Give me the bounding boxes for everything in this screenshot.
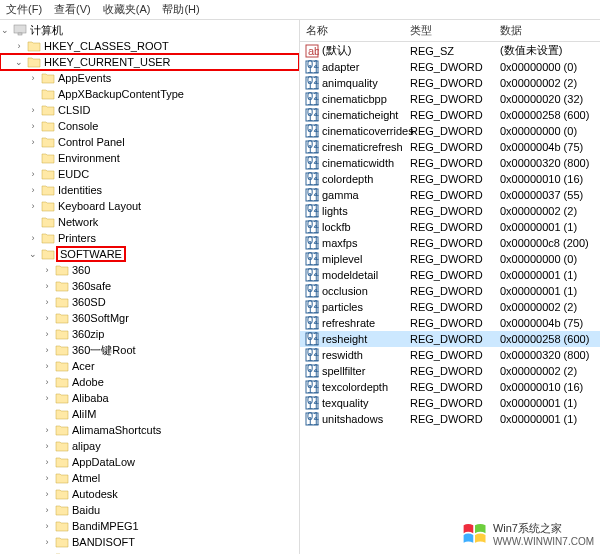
tree-item-label: AppXBackupContentType bbox=[58, 88, 184, 100]
expander-closed-icon[interactable]: › bbox=[42, 441, 52, 451]
expander-closed-icon[interactable]: › bbox=[42, 457, 52, 467]
tree-item[interactable]: Network bbox=[0, 214, 299, 230]
expander-closed-icon[interactable]: › bbox=[28, 73, 38, 83]
tree-item[interactable]: ›Baofeng bbox=[0, 550, 299, 554]
value-row[interactable]: (默认)REG_SZ(数值未设置) bbox=[300, 42, 600, 59]
tree-item[interactable]: ›360一键Root bbox=[0, 342, 299, 358]
value-row[interactable]: animqualityREG_DWORD0x00000002 (2) bbox=[300, 75, 600, 91]
expander-closed-icon[interactable]: › bbox=[28, 137, 38, 147]
expander-closed-icon[interactable]: › bbox=[42, 329, 52, 339]
expander-closed-icon[interactable]: › bbox=[42, 361, 52, 371]
tree-item[interactable]: ›alipay bbox=[0, 438, 299, 454]
value-row[interactable]: reswidthREG_DWORD0x00000320 (800) bbox=[300, 347, 600, 363]
expander-closed-icon[interactable]: › bbox=[42, 265, 52, 275]
tree-item[interactable]: ›BandiMPEG1 bbox=[0, 518, 299, 534]
value-row[interactable]: miplevelREG_DWORD0x00000000 (0) bbox=[300, 251, 600, 267]
tree-item[interactable]: ›AlimamaShortcuts bbox=[0, 422, 299, 438]
expander-closed-icon[interactable]: › bbox=[28, 201, 38, 211]
expander-closed-icon[interactable]: › bbox=[28, 121, 38, 131]
tree-item[interactable]: ›Keyboard Layout bbox=[0, 198, 299, 214]
value-row[interactable]: lockfbREG_DWORD0x00000001 (1) bbox=[300, 219, 600, 235]
tree-item[interactable]: ›EUDC bbox=[0, 166, 299, 182]
tree-item[interactable]: ›360zip bbox=[0, 326, 299, 342]
value-row[interactable]: maxfpsREG_DWORD0x000000c8 (200) bbox=[300, 235, 600, 251]
expander-open-icon[interactable]: ⌄ bbox=[28, 249, 38, 259]
value-row[interactable]: texcolordepthREG_DWORD0x00000010 (16) bbox=[300, 379, 600, 395]
expander-closed-icon[interactable]: › bbox=[42, 377, 52, 387]
expander-closed-icon[interactable]: › bbox=[14, 41, 24, 51]
expander-closed-icon[interactable]: › bbox=[28, 169, 38, 179]
expander-closed-icon[interactable]: › bbox=[28, 233, 38, 243]
value-row[interactable]: colordepthREG_DWORD0x00000010 (16) bbox=[300, 171, 600, 187]
expander-open-icon[interactable]: ⌄ bbox=[0, 25, 10, 35]
col-header-type[interactable]: 类型 bbox=[410, 23, 500, 38]
value-row[interactable]: cinematicheightREG_DWORD0x00000258 (600) bbox=[300, 107, 600, 123]
tree-item[interactable]: ›Acer bbox=[0, 358, 299, 374]
expander-closed-icon[interactable]: › bbox=[42, 489, 52, 499]
expander-closed-icon[interactable]: › bbox=[42, 313, 52, 323]
value-row[interactable]: texqualityREG_DWORD0x00000001 (1) bbox=[300, 395, 600, 411]
tree-item[interactable]: AppXBackupContentType bbox=[0, 86, 299, 102]
value-type: REG_DWORD bbox=[410, 61, 500, 73]
expander-closed-icon[interactable]: › bbox=[28, 105, 38, 115]
expander-open-icon[interactable]: ⌄ bbox=[14, 57, 24, 67]
tree-item[interactable]: ›Printers bbox=[0, 230, 299, 246]
tree-item[interactable]: ›Identities bbox=[0, 182, 299, 198]
menu-file[interactable]: 文件(F) bbox=[6, 2, 42, 17]
value-row[interactable]: occlusionREG_DWORD0x00000001 (1) bbox=[300, 283, 600, 299]
value-list: (默认)REG_SZ(数值未设置)adapterREG_DWORD0x00000… bbox=[300, 42, 600, 427]
col-header-name[interactable]: 名称 bbox=[300, 23, 410, 38]
value-row[interactable]: modeldetailREG_DWORD0x00000001 (1) bbox=[300, 267, 600, 283]
tree-item[interactable]: ›Alibaba bbox=[0, 390, 299, 406]
expander-closed-icon[interactable]: › bbox=[42, 281, 52, 291]
value-row[interactable]: resheightREG_DWORD0x00000258 (600) bbox=[300, 331, 600, 347]
tree-item-label: Environment bbox=[58, 152, 120, 164]
tree-item[interactable]: ›360SD bbox=[0, 294, 299, 310]
expander-closed-icon[interactable]: › bbox=[42, 537, 52, 547]
tree-item[interactable]: ›360SoftMgr bbox=[0, 310, 299, 326]
tree-item[interactable]: ›360safe bbox=[0, 278, 299, 294]
value-row[interactable]: lightsREG_DWORD0x00000002 (2) bbox=[300, 203, 600, 219]
expander-closed-icon[interactable]: › bbox=[42, 345, 52, 355]
value-row[interactable]: spellfilterREG_DWORD0x00000002 (2) bbox=[300, 363, 600, 379]
menu-view[interactable]: 查看(V) bbox=[54, 2, 91, 17]
tree-item[interactable]: ⌄HKEY_CURRENT_USER bbox=[0, 54, 299, 70]
value-data: 0x00000002 (2) bbox=[500, 301, 600, 313]
tree-item[interactable]: ›Autodesk bbox=[0, 486, 299, 502]
value-row[interactable]: adapterREG_DWORD0x00000000 (0) bbox=[300, 59, 600, 75]
registry-tree[interactable]: ⌄计算机›HKEY_CLASSES_ROOT⌄HKEY_CURRENT_USER… bbox=[0, 20, 300, 554]
value-row[interactable]: cinematicbppREG_DWORD0x00000020 (32) bbox=[300, 91, 600, 107]
expander-closed-icon[interactable]: › bbox=[42, 393, 52, 403]
value-row[interactable]: cinematicrefreshREG_DWORD0x0000004b (75) bbox=[300, 139, 600, 155]
tree-item[interactable]: ›CLSID bbox=[0, 102, 299, 118]
tree-item[interactable]: ›AppEvents bbox=[0, 70, 299, 86]
tree-item[interactable]: ›Console bbox=[0, 118, 299, 134]
tree-item[interactable]: ›AppDataLow bbox=[0, 454, 299, 470]
tree-item[interactable]: ›360 bbox=[0, 262, 299, 278]
value-row[interactable]: cinematicwidthREG_DWORD0x00000320 (800) bbox=[300, 155, 600, 171]
expander-closed-icon[interactable]: › bbox=[42, 521, 52, 531]
tree-item[interactable]: ›Atmel bbox=[0, 470, 299, 486]
tree-item[interactable]: ›Control Panel bbox=[0, 134, 299, 150]
value-row[interactable]: refreshrateREG_DWORD0x0000004b (75) bbox=[300, 315, 600, 331]
tree-item[interactable]: ›HKEY_CLASSES_ROOT bbox=[0, 38, 299, 54]
value-row[interactable]: gammaREG_DWORD0x00000037 (55) bbox=[300, 187, 600, 203]
value-row[interactable]: particlesREG_DWORD0x00000002 (2) bbox=[300, 299, 600, 315]
expander-closed-icon[interactable]: › bbox=[42, 425, 52, 435]
value-row[interactable]: cinematicoverridesREG_DWORD0x00000000 (0… bbox=[300, 123, 600, 139]
expander-closed-icon[interactable]: › bbox=[28, 185, 38, 195]
value-row[interactable]: unitshadowsREG_DWORD0x00000001 (1) bbox=[300, 411, 600, 427]
tree-item[interactable]: Environment bbox=[0, 150, 299, 166]
menu-help[interactable]: 帮助(H) bbox=[162, 2, 199, 17]
tree-item[interactable]: ⌄计算机 bbox=[0, 22, 299, 38]
tree-item[interactable]: AliIM bbox=[0, 406, 299, 422]
expander-closed-icon[interactable]: › bbox=[42, 505, 52, 515]
tree-item[interactable]: ›Baidu bbox=[0, 502, 299, 518]
col-header-data[interactable]: 数据 bbox=[500, 23, 600, 38]
tree-item[interactable]: ›BANDISOFT bbox=[0, 534, 299, 550]
tree-item[interactable]: ›Adobe bbox=[0, 374, 299, 390]
expander-closed-icon[interactable]: › bbox=[42, 473, 52, 483]
tree-item[interactable]: ⌄SOFTWARE bbox=[0, 246, 299, 262]
menu-favorites[interactable]: 收藏夹(A) bbox=[103, 2, 151, 17]
expander-closed-icon[interactable]: › bbox=[42, 297, 52, 307]
